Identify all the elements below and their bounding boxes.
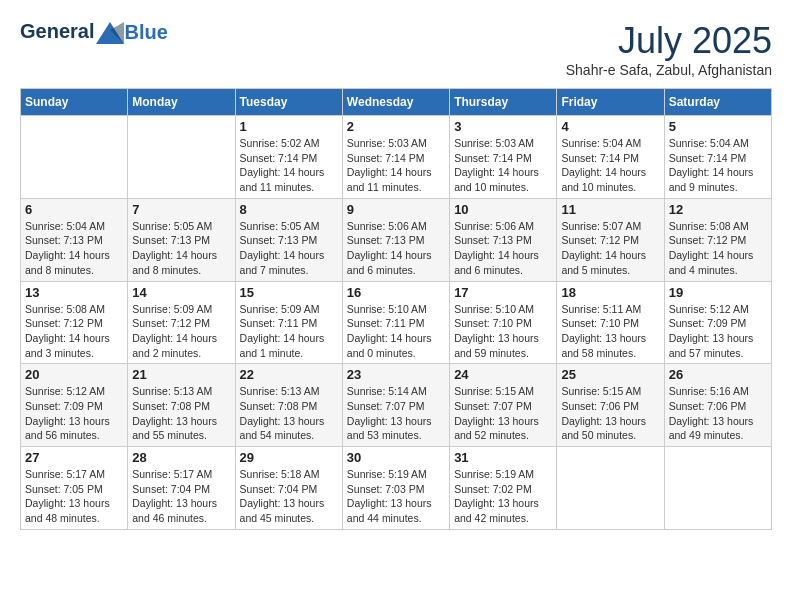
day-info: Sunrise: 5:03 AM Sunset: 7:14 PM Dayligh… [347, 136, 445, 195]
daylight-text: Daylight: 13 hours and 52 minutes. [454, 415, 539, 442]
day-number: 5 [669, 119, 767, 134]
day-cell: 11 Sunrise: 5:07 AM Sunset: 7:12 PM Dayl… [557, 198, 664, 281]
week-row-4: 20 Sunrise: 5:12 AM Sunset: 7:09 PM Dayl… [21, 364, 772, 447]
daylight-text: Daylight: 13 hours and 42 minutes. [454, 497, 539, 524]
day-info: Sunrise: 5:12 AM Sunset: 7:09 PM Dayligh… [669, 302, 767, 361]
day-cell: 1 Sunrise: 5:02 AM Sunset: 7:14 PM Dayli… [235, 116, 342, 199]
day-cell: 31 Sunrise: 5:19 AM Sunset: 7:02 PM Dayl… [450, 447, 557, 530]
day-info: Sunrise: 5:13 AM Sunset: 7:08 PM Dayligh… [132, 384, 230, 443]
week-row-5: 27 Sunrise: 5:17 AM Sunset: 7:05 PM Dayl… [21, 447, 772, 530]
day-info: Sunrise: 5:06 AM Sunset: 7:13 PM Dayligh… [347, 219, 445, 278]
day-cell [21, 116, 128, 199]
day-number: 22 [240, 367, 338, 382]
header-row: SundayMondayTuesdayWednesdayThursdayFrid… [21, 89, 772, 116]
day-number: 15 [240, 285, 338, 300]
col-header-tuesday: Tuesday [235, 89, 342, 116]
sunrise-text: Sunrise: 5:06 AM [347, 220, 427, 232]
day-cell: 15 Sunrise: 5:09 AM Sunset: 7:11 PM Dayl… [235, 281, 342, 364]
day-number: 4 [561, 119, 659, 134]
daylight-text: Daylight: 13 hours and 58 minutes. [561, 332, 646, 359]
daylight-text: Daylight: 14 hours and 6 minutes. [347, 249, 432, 276]
logo-icon [96, 22, 124, 44]
sunrise-text: Sunrise: 5:10 AM [347, 303, 427, 315]
day-info: Sunrise: 5:10 AM Sunset: 7:11 PM Dayligh… [347, 302, 445, 361]
day-cell: 14 Sunrise: 5:09 AM Sunset: 7:12 PM Dayl… [128, 281, 235, 364]
col-header-monday: Monday [128, 89, 235, 116]
day-number: 13 [25, 285, 123, 300]
sunrise-text: Sunrise: 5:03 AM [454, 137, 534, 149]
day-cell: 23 Sunrise: 5:14 AM Sunset: 7:07 PM Dayl… [342, 364, 449, 447]
sunrise-text: Sunrise: 5:16 AM [669, 385, 749, 397]
day-cell [557, 447, 664, 530]
day-number: 25 [561, 367, 659, 382]
daylight-text: Daylight: 13 hours and 54 minutes. [240, 415, 325, 442]
day-cell [664, 447, 771, 530]
day-cell: 10 Sunrise: 5:06 AM Sunset: 7:13 PM Dayl… [450, 198, 557, 281]
sunset-text: Sunset: 7:03 PM [347, 483, 425, 495]
day-info: Sunrise: 5:04 AM Sunset: 7:13 PM Dayligh… [25, 219, 123, 278]
col-header-wednesday: Wednesday [342, 89, 449, 116]
month-year: July 2025 [566, 20, 772, 62]
sunset-text: Sunset: 7:13 PM [25, 234, 103, 246]
sunset-text: Sunset: 7:07 PM [347, 400, 425, 412]
day-cell: 16 Sunrise: 5:10 AM Sunset: 7:11 PM Dayl… [342, 281, 449, 364]
day-number: 20 [25, 367, 123, 382]
day-number: 11 [561, 202, 659, 217]
day-number: 31 [454, 450, 552, 465]
day-number: 7 [132, 202, 230, 217]
sunrise-text: Sunrise: 5:15 AM [454, 385, 534, 397]
sunrise-text: Sunrise: 5:18 AM [240, 468, 320, 480]
sunrise-text: Sunrise: 5:19 AM [347, 468, 427, 480]
sunrise-text: Sunrise: 5:04 AM [669, 137, 749, 149]
sunrise-text: Sunrise: 5:11 AM [561, 303, 641, 315]
logo: General Blue [20, 20, 168, 44]
day-info: Sunrise: 5:19 AM Sunset: 7:03 PM Dayligh… [347, 467, 445, 526]
day-info: Sunrise: 5:09 AM Sunset: 7:12 PM Dayligh… [132, 302, 230, 361]
day-cell: 13 Sunrise: 5:08 AM Sunset: 7:12 PM Dayl… [21, 281, 128, 364]
day-info: Sunrise: 5:18 AM Sunset: 7:04 PM Dayligh… [240, 467, 338, 526]
daylight-text: Daylight: 13 hours and 59 minutes. [454, 332, 539, 359]
day-cell: 19 Sunrise: 5:12 AM Sunset: 7:09 PM Dayl… [664, 281, 771, 364]
daylight-text: Daylight: 13 hours and 46 minutes. [132, 497, 217, 524]
day-info: Sunrise: 5:17 AM Sunset: 7:05 PM Dayligh… [25, 467, 123, 526]
day-number: 16 [347, 285, 445, 300]
day-number: 30 [347, 450, 445, 465]
daylight-text: Daylight: 14 hours and 6 minutes. [454, 249, 539, 276]
day-cell: 20 Sunrise: 5:12 AM Sunset: 7:09 PM Dayl… [21, 364, 128, 447]
day-cell: 2 Sunrise: 5:03 AM Sunset: 7:14 PM Dayli… [342, 116, 449, 199]
daylight-text: Daylight: 14 hours and 8 minutes. [25, 249, 110, 276]
day-number: 10 [454, 202, 552, 217]
day-number: 12 [669, 202, 767, 217]
sunrise-text: Sunrise: 5:05 AM [132, 220, 212, 232]
sunset-text: Sunset: 7:09 PM [669, 317, 747, 329]
sunset-text: Sunset: 7:11 PM [240, 317, 318, 329]
sunrise-text: Sunrise: 5:06 AM [454, 220, 534, 232]
daylight-text: Daylight: 14 hours and 11 minutes. [240, 166, 325, 193]
day-info: Sunrise: 5:08 AM Sunset: 7:12 PM Dayligh… [669, 219, 767, 278]
day-cell: 3 Sunrise: 5:03 AM Sunset: 7:14 PM Dayli… [450, 116, 557, 199]
location: Shahr-e Safa, Zabul, Afghanistan [566, 62, 772, 78]
day-cell: 26 Sunrise: 5:16 AM Sunset: 7:06 PM Dayl… [664, 364, 771, 447]
sunset-text: Sunset: 7:07 PM [454, 400, 532, 412]
day-info: Sunrise: 5:07 AM Sunset: 7:12 PM Dayligh… [561, 219, 659, 278]
day-cell: 4 Sunrise: 5:04 AM Sunset: 7:14 PM Dayli… [557, 116, 664, 199]
day-cell: 18 Sunrise: 5:11 AM Sunset: 7:10 PM Dayl… [557, 281, 664, 364]
col-header-sunday: Sunday [21, 89, 128, 116]
sunrise-text: Sunrise: 5:04 AM [561, 137, 641, 149]
daylight-text: Daylight: 13 hours and 49 minutes. [669, 415, 754, 442]
day-info: Sunrise: 5:05 AM Sunset: 7:13 PM Dayligh… [132, 219, 230, 278]
logo-general: General [20, 20, 94, 42]
day-info: Sunrise: 5:06 AM Sunset: 7:13 PM Dayligh… [454, 219, 552, 278]
day-number: 27 [25, 450, 123, 465]
day-info: Sunrise: 5:05 AM Sunset: 7:13 PM Dayligh… [240, 219, 338, 278]
day-cell: 28 Sunrise: 5:17 AM Sunset: 7:04 PM Dayl… [128, 447, 235, 530]
sunrise-text: Sunrise: 5:12 AM [25, 385, 105, 397]
day-info: Sunrise: 5:02 AM Sunset: 7:14 PM Dayligh… [240, 136, 338, 195]
day-cell: 6 Sunrise: 5:04 AM Sunset: 7:13 PM Dayli… [21, 198, 128, 281]
day-cell: 22 Sunrise: 5:13 AM Sunset: 7:08 PM Dayl… [235, 364, 342, 447]
week-row-3: 13 Sunrise: 5:08 AM Sunset: 7:12 PM Dayl… [21, 281, 772, 364]
daylight-text: Daylight: 13 hours and 50 minutes. [561, 415, 646, 442]
sunset-text: Sunset: 7:12 PM [561, 234, 639, 246]
daylight-text: Daylight: 13 hours and 55 minutes. [132, 415, 217, 442]
daylight-text: Daylight: 13 hours and 56 minutes. [25, 415, 110, 442]
